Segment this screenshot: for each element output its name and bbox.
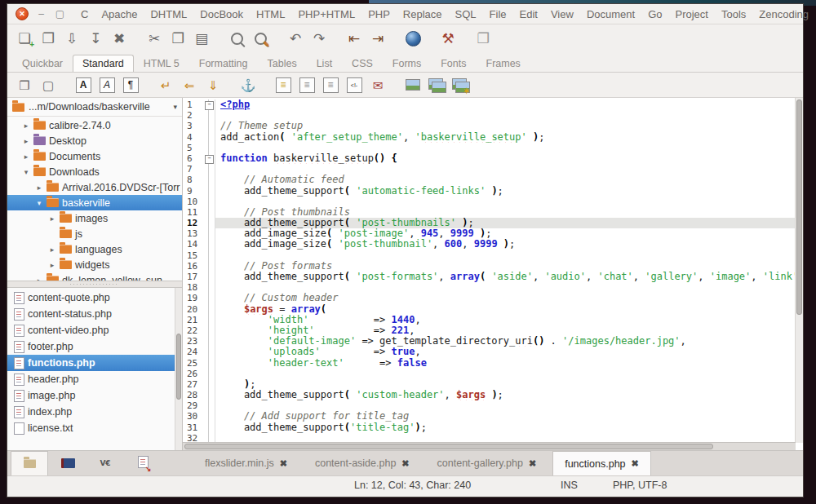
email-button[interactable]: ✉: [367, 74, 388, 95]
menu-zencoding[interactable]: Zencoding: [752, 8, 815, 20]
find-replace-button[interactable]: ✎: [250, 28, 271, 49]
expander-icon[interactable]: ▾: [22, 168, 30, 176]
tree-item-documents[interactable]: ▸Documents: [7, 148, 182, 164]
italic-button[interactable]: A: [96, 74, 118, 95]
document-tab-flexslider-min-js[interactable]: flexslider.min.js✖: [193, 451, 299, 475]
maximize-button[interactable]: ▢: [54, 8, 66, 20]
tree-item-images[interactable]: ▸images: [7, 210, 182, 226]
paragraph-button[interactable]: ¶: [120, 74, 141, 95]
file-browser-tab[interactable]: [11, 451, 48, 475]
close-tab-icon[interactable]: ✖: [632, 458, 639, 469]
document-tab-functions-php[interactable]: functions.php✖: [552, 451, 651, 475]
code-editor[interactable]: 1−<?php2 3// Theme setup4add_action( 'af…: [183, 98, 803, 450]
save-button[interactable]: ⇩: [61, 28, 82, 49]
file-item-functions-php[interactable]: functions.php: [7, 355, 182, 371]
toolbar-tab-list[interactable]: List: [307, 55, 342, 72]
expander-icon[interactable]: ▸: [22, 122, 30, 130]
expander-icon[interactable]: ▸: [35, 183, 43, 192]
menu-document[interactable]: Document: [580, 8, 641, 20]
close-document-button[interactable]: ✖: [109, 28, 130, 49]
center-button[interactable]: ≡: [296, 74, 317, 95]
preferences-button[interactable]: ⚒: [437, 28, 459, 49]
tree-item-downloads[interactable]: ▾Downloads: [7, 164, 182, 179]
editor-horizontal-scrollbar[interactable]: [183, 442, 796, 450]
undo-button[interactable]: ↶: [285, 28, 306, 49]
menu-tools[interactable]: Tools: [715, 8, 752, 20]
insert-image-button[interactable]: [402, 74, 424, 95]
menu-edit[interactable]: Edit: [513, 8, 544, 20]
close-tab-icon[interactable]: ✖: [401, 458, 409, 469]
toolbar-tab-frames[interactable]: Frames: [477, 55, 530, 72]
open-file-button[interactable]: ❐: [38, 28, 59, 49]
menu-html[interactable]: HTML: [250, 8, 291, 20]
close-tab-icon[interactable]: ✖: [280, 458, 287, 469]
tree-item-baskerville[interactable]: ▾baskerville: [7, 195, 182, 210]
sidebar-splitter[interactable]: [7, 281, 182, 288]
expander-icon[interactable]: ▸: [22, 137, 30, 145]
fold-collapse-icon[interactable]: −: [205, 101, 214, 110]
toolbar-tab-html-5[interactable]: HTML 5: [134, 55, 189, 72]
find-button[interactable]: [226, 28, 247, 49]
break-clear-button[interactable]: ⇐: [179, 74, 200, 95]
file-item-index-php[interactable]: index.php: [7, 404, 182, 420]
expander-icon[interactable]: ▾: [35, 199, 43, 207]
file-list-scrollbar-thumb[interactable]: [176, 334, 181, 400]
tree-item-widgets[interactable]: ▸widgets: [7, 257, 182, 272]
tree-item-dk-lemon-yellow-sun[interactable]: ▸dk_lemon_yellow_sun: [7, 272, 182, 281]
thumbnail-button[interactable]: [426, 74, 447, 95]
menu-view[interactable]: View: [544, 8, 580, 20]
fold-collapse-icon[interactable]: −: [205, 155, 214, 164]
file-item-content-status-php[interactable]: content-status.php: [7, 306, 182, 322]
toolbar-tab-formatting[interactable]: Formatting: [189, 55, 258, 72]
break-button[interactable]: ↵: [155, 74, 176, 95]
menu-go[interactable]: Go: [641, 8, 668, 20]
detach-window-button[interactable]: ❐: [472, 28, 494, 49]
save-as-button[interactable]: ↧: [85, 28, 106, 49]
heading-button[interactable]: ≡: [273, 74, 294, 95]
unindent-button[interactable]: ⇤: [344, 28, 365, 49]
file-item-header-php[interactable]: header.php: [7, 371, 182, 387]
menu-dhtml[interactable]: DHTML: [144, 8, 193, 20]
anchor-button[interactable]: ⚓: [237, 74, 259, 95]
toolbar-tab-forms[interactable]: Forms: [383, 55, 431, 72]
document-tab-content-aside-php[interactable]: content-aside.php✖: [304, 451, 421, 475]
file-list-scrollbar[interactable]: [175, 288, 182, 450]
toolbar-tab-tables[interactable]: Tables: [258, 55, 307, 72]
reference-tab[interactable]: [50, 451, 86, 475]
non-breaking-space-button[interactable]: ⇓: [202, 74, 224, 95]
minimize-button[interactable]: –: [35, 8, 47, 20]
editor-hscroll-thumb[interactable]: [184, 444, 713, 449]
close-button[interactable]: ✕: [16, 7, 29, 20]
menu-php-html[interactable]: PHP+HTML: [291, 8, 361, 20]
expander-icon[interactable]: ▸: [48, 214, 56, 223]
editor-vscroll-thumb[interactable]: [796, 99, 802, 315]
multi-thumbnail-button[interactable]: ✶: [450, 74, 471, 95]
right-justify-button[interactable]: ≡: [320, 74, 341, 95]
cut-button[interactable]: ✂: [144, 28, 165, 49]
file-item-footer-php[interactable]: footer.php: [7, 338, 182, 355]
toolbar-tab-standard[interactable]: Standard: [73, 55, 134, 72]
menu-sql[interactable]: SQL: [449, 8, 483, 20]
quickstart-button[interactable]: ❒: [14, 74, 35, 95]
new-file-button[interactable]: ❏+: [14, 28, 35, 49]
redo-button[interactable]: ↷: [308, 28, 330, 49]
file-item-image-php[interactable]: image.php: [7, 387, 182, 404]
close-tab-icon[interactable]: ✖: [529, 458, 536, 469]
tree-item-js[interactable]: js: [7, 226, 182, 241]
menu-c[interactable]: C: [74, 8, 95, 20]
tree-item-calibre-2-74-0[interactable]: ▸calibre-2.74.0: [7, 117, 182, 133]
expander-icon[interactable]: ▸: [48, 261, 56, 269]
menu-project[interactable]: Project: [668, 8, 714, 20]
document-tab-content-gallery-php[interactable]: content-gallery.php✖: [426, 451, 548, 475]
tree-item-arrival-2016-dvdscr-torr[interactable]: ▸Arrival.2016.DVDScr-[Torr: [7, 179, 182, 195]
toolbar-tab-fonts[interactable]: Fonts: [431, 55, 476, 72]
expander-icon[interactable]: ▸: [48, 245, 56, 254]
indent-button[interactable]: ⇥: [367, 28, 388, 49]
menu-apache[interactable]: Apache: [95, 8, 144, 20]
snippets-tab[interactable]: ↘: [125, 451, 161, 475]
bold-button[interactable]: A: [73, 74, 94, 95]
tree-item-desktop[interactable]: ▸Desktop: [7, 133, 182, 148]
menu-php[interactable]: PHP: [361, 8, 397, 20]
copy-button[interactable]: ❐: [167, 28, 188, 49]
toolbar-tab-quickbar[interactable]: Quickbar: [12, 55, 73, 72]
